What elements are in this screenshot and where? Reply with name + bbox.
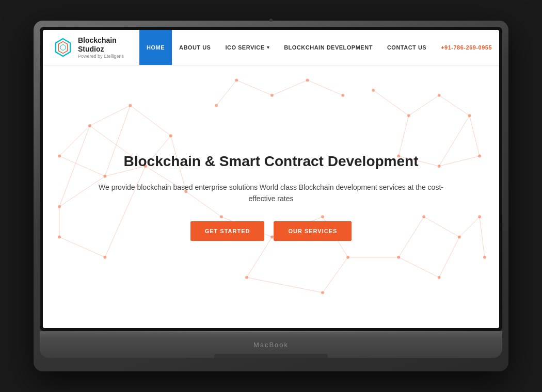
nav-home[interactable]: HOME xyxy=(139,30,172,65)
hero-section: Blockchain & Smart Contract Development … xyxy=(43,65,499,328)
svg-point-75 xyxy=(346,256,349,259)
svg-line-41 xyxy=(323,257,348,293)
hero-subtitle: We provide blockchain based enterprise s… xyxy=(95,182,447,205)
nav-contact[interactable]: CONTACT US xyxy=(380,30,434,65)
svg-point-77 xyxy=(245,276,248,279)
svg-line-22 xyxy=(373,90,409,116)
svg-point-60 xyxy=(407,114,410,117)
navbar: Blockchain Studioz Powered by Etelligens… xyxy=(43,30,499,65)
svg-point-51 xyxy=(58,205,61,208)
svg-line-24 xyxy=(439,95,470,116)
svg-line-35 xyxy=(439,237,459,277)
camera-dot xyxy=(269,19,273,22)
laptop-base: MacBook xyxy=(40,331,502,358)
svg-line-21 xyxy=(216,80,236,105)
svg-line-28 xyxy=(469,116,480,156)
svg-line-19 xyxy=(272,80,308,95)
svg-point-46 xyxy=(129,104,132,107)
navbar-nav: HOME ABOUT US ICO SERVICE ▾ BLOCKCHAIN D… xyxy=(139,30,499,65)
svg-line-32 xyxy=(480,217,485,257)
nav-phone[interactable]: +91-786-269-0955 xyxy=(434,30,499,65)
hero-buttons: GET STARTED OUR SERVICES xyxy=(95,221,447,241)
svg-line-23 xyxy=(409,95,439,116)
laptop-base-notch xyxy=(214,354,328,358)
svg-point-61 xyxy=(438,94,441,97)
svg-line-5 xyxy=(130,105,170,136)
hero-content: Blockchain & Smart Contract Development … xyxy=(75,152,467,240)
svg-point-45 xyxy=(88,124,91,127)
svg-line-20 xyxy=(308,80,343,95)
svg-point-56 xyxy=(306,78,309,81)
logo-title: Blockchain Studioz xyxy=(78,36,124,54)
navbar-spacer xyxy=(134,30,139,65)
svg-marker-1 xyxy=(58,42,67,54)
logo-text: Blockchain Studioz Powered by Etelligens xyxy=(78,36,124,59)
hero-title: Blockchain & Smart Contract Development xyxy=(95,152,447,171)
chevron-down-icon: ▾ xyxy=(267,45,270,50)
svg-point-62 xyxy=(468,114,471,117)
svg-point-55 xyxy=(270,94,274,97)
macbook-label: MacBook xyxy=(253,341,289,349)
svg-point-53 xyxy=(103,256,106,259)
website: Blockchain Studioz Powered by Etelligens… xyxy=(43,30,499,328)
svg-point-70 xyxy=(397,256,400,259)
laptop-frame: Blockchain Studioz Powered by Etelligens… xyxy=(34,21,508,371)
logo-subtitle: Powered by Etelligens xyxy=(78,54,124,59)
svg-line-25 xyxy=(398,116,409,156)
svg-point-58 xyxy=(215,104,218,107)
nav-about[interactable]: ABOUT US xyxy=(172,30,218,65)
nav-blockchain-dev[interactable]: BLOCKCHAIN DEVELOPMENT xyxy=(277,30,380,65)
svg-point-59 xyxy=(372,89,375,92)
svg-line-42 xyxy=(247,237,272,277)
svg-line-43 xyxy=(247,277,323,292)
svg-point-69 xyxy=(483,256,486,259)
screen-bezel: Blockchain Studioz Powered by Etelligens… xyxy=(40,27,502,331)
nav-ico[interactable]: ICO SERVICE ▾ xyxy=(218,30,277,65)
svg-point-71 xyxy=(438,276,441,279)
svg-line-3 xyxy=(59,126,90,156)
svg-line-18 xyxy=(236,80,272,95)
get-started-button[interactable]: GET STARTED xyxy=(190,221,265,241)
logo-icon xyxy=(53,38,73,57)
svg-point-44 xyxy=(58,155,61,158)
laptop-screen: Blockchain Studioz Powered by Etelligens… xyxy=(43,30,499,328)
svg-point-47 xyxy=(169,134,172,137)
svg-point-65 xyxy=(478,155,481,158)
svg-line-34 xyxy=(398,257,439,277)
svg-point-68 xyxy=(478,215,481,218)
svg-point-57 xyxy=(341,94,344,97)
our-services-button[interactable]: OUR SERVICES xyxy=(274,221,352,241)
svg-point-52 xyxy=(58,236,61,239)
svg-marker-2 xyxy=(60,44,66,50)
svg-point-54 xyxy=(235,78,238,81)
logo-area: Blockchain Studioz Powered by Etelligens xyxy=(43,30,134,65)
svg-point-76 xyxy=(321,291,324,294)
